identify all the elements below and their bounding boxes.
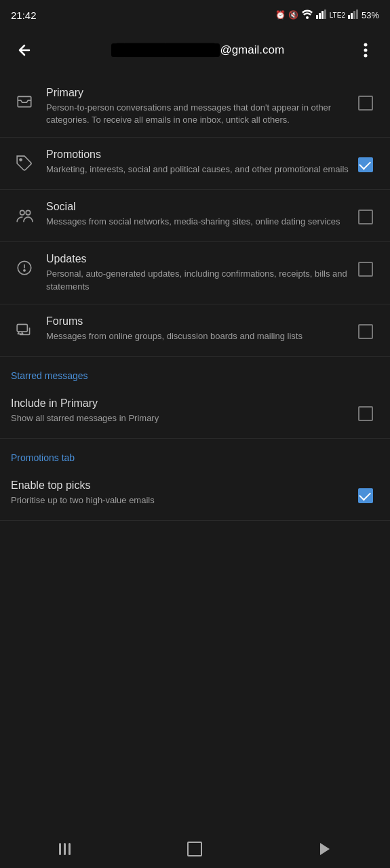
include-primary-content: Include in Primary Show all starred mess… xyxy=(11,397,352,425)
svg-rect-6 xyxy=(351,13,353,19)
promotions-desc: Marketing, interests, social and politic… xyxy=(46,163,352,176)
include-primary-checkbox-container[interactable] xyxy=(352,400,379,427)
social-content: Social Messages from social networks, me… xyxy=(46,201,352,228)
recents-nav-button[interactable] xyxy=(45,835,85,863)
svg-rect-19 xyxy=(17,324,27,332)
forums-checkbox[interactable] xyxy=(358,324,373,339)
primary-title: Primary xyxy=(46,87,352,99)
home-nav-button[interactable] xyxy=(174,835,215,863)
category-item-forums[interactable]: Forums Messages from online groups, disc… xyxy=(0,304,390,357)
back-icon xyxy=(320,843,330,855)
tag-icon xyxy=(11,150,38,177)
primary-checkbox[interactable] xyxy=(358,96,373,111)
svg-point-13 xyxy=(20,159,22,161)
lte-icon: LTE2 xyxy=(330,12,345,19)
promotions-checkbox[interactable] xyxy=(358,157,373,172)
email-suffix: @gmail.com xyxy=(220,43,284,56)
enable-top-picks-item[interactable]: Enable top picks Prioritise up to two hi… xyxy=(0,469,390,521)
enable-top-picks-content: Enable top picks Prioritise up to two hi… xyxy=(11,479,352,507)
promotions-content: Promotions Marketing, interests, social … xyxy=(46,149,352,176)
bottom-nav xyxy=(0,830,390,868)
battery-icon: 53% xyxy=(362,10,379,20)
status-icons: ⏰ 🔇 LTE2 53% xyxy=(275,9,379,21)
promotions-tab-header: Promotions tab xyxy=(0,439,390,469)
redacted-username: ████████████ xyxy=(111,43,220,57)
signal-icon xyxy=(316,9,327,21)
promotions-checkbox-container[interactable] xyxy=(352,151,379,178)
promotions-title: Promotions xyxy=(46,149,352,161)
enable-top-picks-checkbox[interactable] xyxy=(358,488,373,503)
include-primary-title: Include in Primary xyxy=(11,397,352,410)
category-item-primary[interactable]: Primary Person-to-person conversations a… xyxy=(0,76,390,138)
svg-point-0 xyxy=(306,16,309,19)
svg-point-15 xyxy=(26,211,30,216)
svg-rect-7 xyxy=(353,11,355,19)
svg-point-18 xyxy=(24,270,25,271)
forums-icon xyxy=(11,317,38,344)
include-primary-item[interactable]: Include in Primary Show all starred mess… xyxy=(0,387,390,439)
status-time: 21:42 xyxy=(11,9,37,21)
silent-icon: 🔇 xyxy=(288,10,298,20)
status-bar: 21:42 ⏰ 🔇 LTE2 xyxy=(0,0,390,30)
primary-desc: Person-to-person conversations and messa… xyxy=(46,102,352,126)
header-email: ████████████@gmail.com xyxy=(43,43,352,57)
updates-desc: Personal, auto-generated updates, includ… xyxy=(46,268,352,292)
social-title: Social xyxy=(46,201,352,213)
updates-checkbox-container[interactable] xyxy=(352,256,379,283)
svg-rect-1 xyxy=(316,15,318,19)
social-checkbox-container[interactable] xyxy=(352,203,379,231)
signal2-icon xyxy=(348,9,359,21)
wifi-icon xyxy=(301,9,313,21)
updates-title: Updates xyxy=(46,253,352,265)
svg-rect-5 xyxy=(348,15,350,19)
include-primary-desc: Show all starred messages in Primary xyxy=(11,412,352,425)
svg-rect-3 xyxy=(321,11,324,19)
alarm-icon: ⏰ xyxy=(275,10,286,20)
enable-top-picks-desc: Prioritise up to two high-value emails xyxy=(11,494,352,507)
inbox-icon xyxy=(11,88,38,115)
social-checkbox[interactable] xyxy=(358,210,373,224)
recents-icon xyxy=(59,843,71,855)
forums-content: Forums Messages from online groups, disc… xyxy=(46,315,352,342)
svg-rect-8 xyxy=(356,9,358,19)
svg-point-11 xyxy=(364,54,368,58)
enable-top-picks-checkbox-container[interactable] xyxy=(352,482,379,509)
starred-messages-header: Starred messages xyxy=(0,357,390,387)
svg-rect-12 xyxy=(18,96,31,106)
enable-top-picks-title: Enable top picks xyxy=(11,479,352,492)
back-button[interactable] xyxy=(11,37,38,64)
menu-button[interactable] xyxy=(352,37,379,64)
category-item-updates[interactable]: Updates Personal, auto-generated updates… xyxy=(0,242,390,304)
header: ████████████@gmail.com xyxy=(0,30,390,71)
forums-desc: Messages from online groups, discussion … xyxy=(46,330,352,342)
svg-rect-2 xyxy=(319,13,321,19)
back-nav-button[interactable] xyxy=(305,835,345,863)
svg-point-9 xyxy=(364,43,368,47)
svg-rect-4 xyxy=(324,9,326,19)
category-item-promotions[interactable]: Promotions Marketing, interests, social … xyxy=(0,138,390,190)
updates-content: Updates Personal, auto-generated updates… xyxy=(46,253,352,292)
updates-icon xyxy=(11,254,38,281)
primary-checkbox-container[interactable] xyxy=(352,90,379,117)
primary-content: Primary Person-to-person conversations a… xyxy=(46,87,352,126)
include-primary-checkbox[interactable] xyxy=(358,406,373,421)
updates-checkbox[interactable] xyxy=(358,262,373,277)
category-item-social[interactable]: Social Messages from social networks, me… xyxy=(0,190,390,242)
category-list: Primary Person-to-person conversations a… xyxy=(0,76,390,357)
svg-point-10 xyxy=(364,49,368,52)
social-desc: Messages from social networks, media-sha… xyxy=(46,216,352,228)
home-icon xyxy=(187,842,202,856)
forums-title: Forums xyxy=(46,315,352,328)
forums-checkbox-container[interactable] xyxy=(352,318,379,345)
social-icon xyxy=(11,202,38,229)
svg-point-14 xyxy=(20,211,25,216)
